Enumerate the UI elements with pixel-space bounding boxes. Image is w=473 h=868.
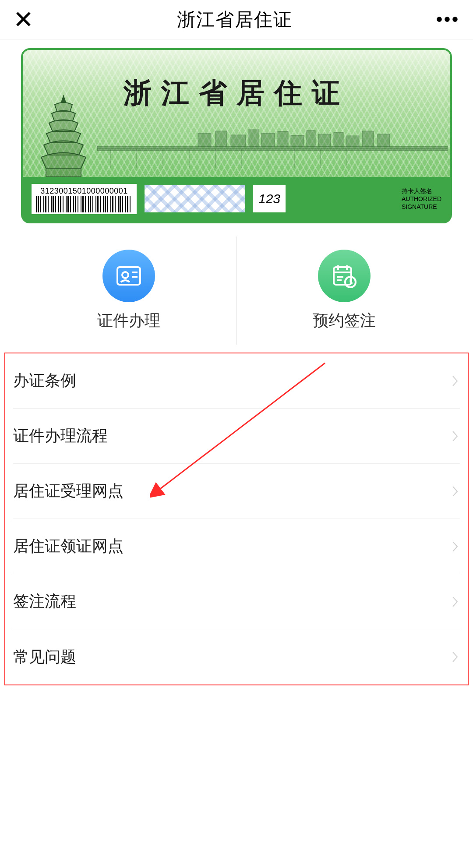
calendar-clock-icon bbox=[318, 250, 371, 302]
svg-rect-19 bbox=[291, 135, 304, 146]
titlebar: ✕ 浙江省居住证 ••• bbox=[0, 0, 473, 39]
sig-line-en1: AUTHORIZED bbox=[402, 195, 441, 203]
page-title: 浙江省居住证 bbox=[177, 7, 293, 32]
chevron-right-icon bbox=[451, 650, 460, 663]
svg-rect-1 bbox=[97, 146, 448, 149]
more-icon[interactable]: ••• bbox=[436, 10, 460, 29]
chevron-right-icon bbox=[451, 540, 460, 553]
skyline-icon bbox=[97, 129, 448, 168]
card-lower: 3123001501000000001 123 持卡人签名 AUTHORIZED… bbox=[23, 177, 450, 221]
svg-rect-17 bbox=[261, 133, 275, 146]
chevron-right-icon bbox=[451, 595, 460, 608]
sig-line-cn: 持卡人签名 bbox=[402, 187, 441, 195]
menu-label: 签注流程 bbox=[13, 591, 76, 612]
menu-item-regulations[interactable]: 办证条例 bbox=[13, 353, 460, 409]
svg-rect-22 bbox=[334, 132, 343, 146]
svg-rect-24 bbox=[362, 131, 374, 146]
menu-label: 居住证领证网点 bbox=[13, 536, 124, 557]
card-area: 浙江省居住证 bbox=[0, 39, 473, 223]
svg-rect-2 bbox=[97, 149, 448, 151]
svg-rect-23 bbox=[346, 136, 359, 146]
barcode: 3123001501000000001 bbox=[32, 184, 137, 214]
cvv-box: 123 bbox=[253, 185, 286, 212]
pagoda-icon bbox=[31, 94, 96, 177]
menu-label: 证件办理流程 bbox=[13, 425, 108, 447]
action-row: 证件办理 预约签注 bbox=[21, 236, 452, 345]
svg-rect-25 bbox=[378, 134, 390, 146]
menu-label: 常见问题 bbox=[13, 646, 76, 668]
menu-list: 办证条例 证件办理流程 居住证受理网点 居住证领证网点 签注流程 常见问题 bbox=[4, 353, 469, 685]
menu-item-faq[interactable]: 常见问题 bbox=[13, 629, 460, 685]
menu-item-collect-points[interactable]: 居住证领证网点 bbox=[13, 519, 460, 574]
barcode-stripes bbox=[36, 196, 132, 212]
chevron-right-icon bbox=[451, 485, 460, 498]
svg-rect-18 bbox=[278, 131, 288, 146]
action-endorse[interactable]: 预约签注 bbox=[236, 236, 452, 345]
svg-rect-15 bbox=[231, 135, 246, 146]
signature-label: 持卡人签名 AUTHORIZED SIGNATURE bbox=[402, 187, 441, 211]
menu-item-endorse-process[interactable]: 签注流程 bbox=[13, 574, 460, 629]
barcode-number: 3123001501000000001 bbox=[36, 187, 132, 196]
chevron-right-icon bbox=[451, 430, 460, 443]
card-upper: 浙江省居住证 bbox=[23, 50, 450, 177]
svg-rect-14 bbox=[215, 131, 227, 146]
menu-item-process[interactable]: 证件办理流程 bbox=[13, 409, 460, 464]
id-card-icon bbox=[102, 250, 155, 302]
svg-rect-16 bbox=[249, 129, 258, 146]
svg-rect-13 bbox=[198, 133, 211, 146]
menu-label: 办证条例 bbox=[13, 370, 76, 392]
menu-item-accept-points[interactable]: 居住证受理网点 bbox=[13, 464, 460, 519]
hologram-strip bbox=[145, 185, 245, 212]
chevron-right-icon bbox=[451, 374, 460, 388]
menu-label: 居住证受理网点 bbox=[13, 480, 124, 502]
close-icon[interactable]: ✕ bbox=[13, 7, 34, 32]
svg-rect-0 bbox=[46, 168, 81, 177]
svg-rect-20 bbox=[307, 131, 315, 146]
action-apply[interactable]: 证件办理 bbox=[21, 236, 236, 345]
action-endorse-label: 预约签注 bbox=[313, 310, 376, 332]
action-apply-label: 证件办理 bbox=[97, 310, 160, 332]
svg-point-27 bbox=[122, 272, 128, 278]
sig-line-en2: SIGNATURE bbox=[402, 203, 441, 211]
residence-card: 浙江省居住证 bbox=[21, 48, 452, 223]
svg-rect-21 bbox=[318, 134, 331, 146]
